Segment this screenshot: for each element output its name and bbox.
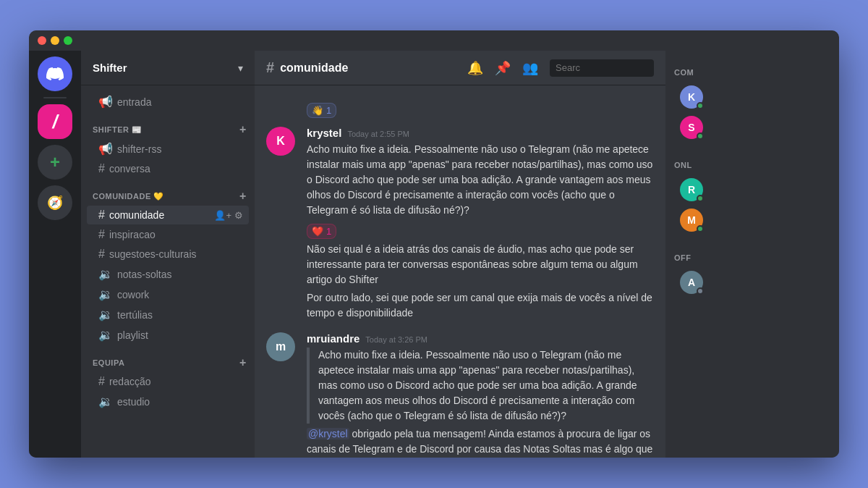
channel-header: # comunidade 🔔 📌 👥 [255, 51, 665, 85]
section-com: COM K S [665, 56, 839, 149]
channel-name-conversa: conversa [109, 163, 243, 174]
message-content-mruiandre: mruiandre Today at 3:26 PM Acho muito fi… [307, 332, 654, 458]
member-item-5[interactable]: A [674, 268, 830, 297]
channel-item-tertulias[interactable]: 🔉 tertúlias [87, 305, 249, 324]
server-divider [43, 97, 67, 98]
member-avatar-3: R [680, 178, 703, 201]
app-window: / + 🧭 Shifter ▾ 📢 entrada SHIFTER 📰 + [29, 30, 839, 458]
heart-reaction[interactable]: ❤️ 1 [307, 224, 336, 239]
member-item-2[interactable]: S [674, 113, 830, 142]
message-text-mruiandre-1: @krystel obrigado pela tua mensagem! Ain… [307, 426, 654, 458]
members-icon[interactable]: 👥 [522, 60, 538, 76]
channel-sidebar: Shifter ▾ 📢 entrada SHIFTER 📰 + 📢 shifte… [81, 51, 255, 458]
add-channel-equipa-button[interactable]: + [237, 357, 249, 369]
server-icon-shifter[interactable]: / [38, 104, 72, 139]
channel-name-entrada: entrada [117, 96, 243, 108]
channel-name-tertulias: tertúlias [117, 309, 243, 321]
channel-name-comunidade: comunidade [109, 209, 212, 221]
wave-emoji: 👋 [312, 105, 323, 116]
message-content-krystel: krystel Today at 2:55 PM Acho muito fixe… [307, 127, 654, 321]
message-text-krystel-1: Acho muito fixe a ideia. Pessoalmente nã… [307, 142, 654, 218]
channel-item-redaccao[interactable]: # redacção [87, 372, 249, 391]
pinned-icon[interactable]: 📌 [495, 60, 511, 76]
heart-count: 1 [326, 226, 331, 237]
channel-name-sugestoes-culturais: sugestoes-culturais [109, 248, 243, 260]
channel-item-sugestoes-culturais[interactable]: # sugestoes-culturais [87, 245, 249, 264]
channel-item-cowork[interactable]: 🔉 cowork [87, 285, 249, 304]
member-avatar-2: S [680, 116, 703, 139]
member-item-4[interactable]: M [674, 206, 830, 235]
hash-icon: # [98, 209, 105, 222]
wave-reaction[interactable]: 👋 1 [307, 103, 336, 118]
add-channel-comunidade-button[interactable]: + [237, 190, 249, 202]
channel-item-inspiracao[interactable]: # inspiracao [87, 225, 249, 244]
server-icon-add[interactable]: + [38, 145, 72, 180]
channel-item-estudio[interactable]: 🔉 estudio [87, 392, 249, 411]
channel-header-actions: 🔔 📌 👥 [467, 59, 654, 77]
section-off: OFF A [665, 242, 839, 304]
section-com-label: COM [674, 68, 830, 77]
channel-item-shifter-rss[interactable]: 📢 shifter-rss [87, 139, 249, 159]
server-header[interactable]: Shifter ▾ [81, 51, 255, 85]
channel-name-cowork: cowork [117, 289, 243, 300]
message-group-krystel: K krystel Today at 2:55 PM Acho muito fi… [255, 124, 665, 324]
server-sidebar: / + 🧭 [29, 51, 81, 458]
wave-count: 1 [326, 105, 331, 116]
channel-item-comunidade[interactable]: # comunidade 👤+ ⚙ [87, 206, 249, 224]
channel-name-notas-soltas: notas-soltas [117, 269, 243, 280]
announce-icon: 📢 [98, 95, 113, 109]
heart-emoji: ❤️ [312, 226, 323, 237]
channel-hash-icon: # [266, 59, 274, 76]
member-item-1[interactable]: K [674, 83, 830, 112]
message-timestamp-mruiandre: Today at 3:26 PM [365, 335, 427, 344]
settings-icon[interactable]: ⚙ [234, 210, 243, 221]
avatar-krystel: K [266, 127, 295, 156]
message-header-mruiandre: mruiandre Today at 3:26 PM [307, 332, 654, 345]
section-comunidade[interactable]: COMUNIDADE 💛 + [81, 179, 255, 205]
avatar-mruiandre: m [266, 332, 295, 361]
status-dot-1 [697, 102, 704, 109]
voice-icon: 🔉 [98, 395, 113, 408]
channel-item-playlist[interactable]: 🔉 playlist [87, 325, 249, 345]
message-group-mruiandre: m mruiandre Today at 3:26 PM Acho muito … [255, 329, 665, 458]
server-icon-explore[interactable]: 🧭 [38, 185, 72, 220]
message-quote-1: Acho muito fixe a ideia. Pessoalmente nã… [307, 348, 654, 424]
member-avatar-4: M [680, 209, 703, 232]
message-timestamp-krystel: Today at 2:55 PM [347, 130, 409, 138]
mention-krystel: @krystel [307, 428, 349, 439]
search-input[interactable] [550, 59, 654, 77]
server-name: Shifter [93, 62, 127, 74]
message-author-krystel: krystel [307, 127, 341, 139]
add-member-icon[interactable]: 👤+ [214, 210, 231, 221]
status-dot-2 [697, 132, 704, 140]
member-item-3[interactable]: R [674, 175, 830, 204]
section-shifter[interactable]: SHIFTER 📰 + [81, 112, 255, 138]
section-equipa[interactable]: EQUIPA + [81, 345, 255, 371]
channel-name-shifter-rss: shifter-rss [117, 143, 243, 155]
message-header-krystel: krystel Today at 2:55 PM [307, 127, 654, 139]
messages-area: 👋 1 K krystel Today at 2:55 PM Acho muit… [255, 85, 665, 458]
hash-icon: # [98, 162, 105, 175]
voice-icon: 🔉 [98, 287, 113, 301]
channel-item-entrada[interactable]: 📢 entrada [87, 92, 249, 112]
minimize-button[interactable] [51, 36, 59, 45]
channel-header-name: comunidade [280, 62, 348, 75]
hash-icon: # [98, 248, 105, 261]
title-bar [29, 30, 839, 51]
maximize-button[interactable] [64, 36, 72, 45]
notifications-icon[interactable]: 🔔 [467, 60, 483, 76]
section-comunidade-label: COMUNIDADE 💛 [93, 192, 164, 201]
channel-name-redaccao: redacção [109, 376, 243, 387]
section-off-label: OFF [674, 253, 830, 262]
voice-icon: 🔉 [98, 308, 113, 321]
add-channel-shifter-button[interactable]: + [237, 124, 249, 135]
status-dot-3 [697, 195, 704, 202]
status-dot-5 [697, 287, 704, 295]
hash-icon: # [98, 228, 105, 241]
channel-item-conversa[interactable]: # conversa [87, 159, 249, 178]
channel-name-estudio: estudio [117, 396, 243, 408]
voice-icon: 🔉 [98, 328, 113, 342]
channel-item-notas-soltas[interactable]: 🔉 notas-soltas [87, 264, 249, 284]
close-button[interactable] [38, 36, 46, 45]
server-icon-discord[interactable] [38, 56, 72, 91]
